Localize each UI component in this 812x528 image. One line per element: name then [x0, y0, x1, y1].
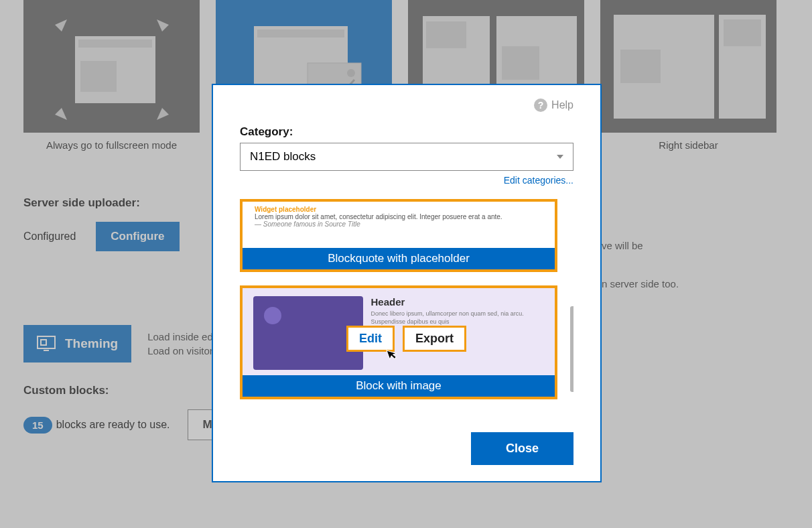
category-value: N1ED blocks	[250, 150, 316, 163]
block-card-blockquote[interactable]: Widget placeholder Lorem ipsum dolor sit…	[240, 199, 557, 272]
block-card-image[interactable]: Drag'n'drop to reorder Header Donec libe…	[240, 285, 557, 399]
help-icon[interactable]: ?	[534, 98, 547, 112]
category-label: Category:	[240, 125, 573, 139]
scrollbar-thumb[interactable]	[570, 306, 573, 392]
block-lorem: Donec libero ipsum, ullamcorper non quam…	[371, 310, 544, 326]
category-dialog: ? Help Category: N1ED blocks Edit catego…	[212, 84, 602, 482]
block-list: Widget placeholder Lorem ipsum dolor sit…	[240, 199, 573, 419]
block-title: Blockquote with placeholder	[243, 248, 555, 269]
block-title: Block with image	[243, 375, 555, 397]
chevron-down-icon	[557, 155, 563, 159]
widget-placeholder-label: Widget placeholder	[255, 206, 543, 213]
close-button[interactable]: Close	[471, 432, 573, 465]
help-label[interactable]: Help	[551, 99, 573, 111]
category-select[interactable]: N1ED blocks	[240, 143, 573, 171]
block-header: Header	[371, 296, 544, 308]
quote-text: Lorem ipsum dolor sit amet, consectetur …	[255, 213, 543, 220]
export-button[interactable]: Export	[403, 326, 466, 352]
edit-categories-link[interactable]: Edit categories...	[504, 175, 573, 186]
